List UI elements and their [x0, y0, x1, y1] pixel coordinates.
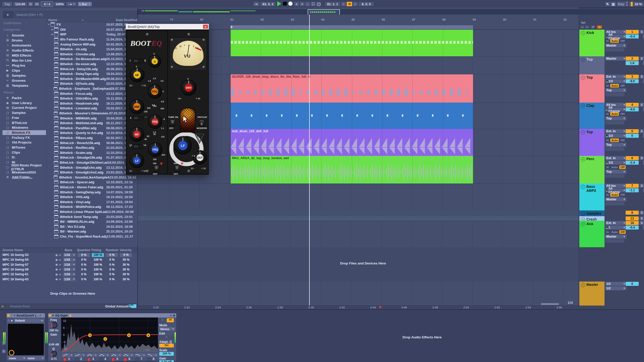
- groove-column-0[interactable]: Groove Name: [3, 248, 23, 252]
- eq-freq-knob[interactable]: [51, 322, 58, 328]
- plugin-knob-lf-9[interactable]: LF: [174, 137, 192, 155]
- band-activator[interactable]: [75, 358, 79, 361]
- track-fold-icon[interactable]: ▼: [581, 104, 585, 108]
- groove-quantize-value[interactable]: 0 %: [78, 277, 90, 281]
- plugin-knob-mf-4[interactable]: MF: [129, 127, 144, 142]
- sidebar-item-clips[interactable]: ▶Clips: [6, 68, 45, 73]
- groove-row[interactable]: MPC 16 Swing-61▣⇄1/16▼0 %100 %0 %30 %: [1, 272, 137, 277]
- groove-hotswap-icon[interactable]: ⇄: [59, 254, 63, 256]
- input-channel-select[interactable]: 1/2▼: [605, 134, 626, 138]
- file-row[interactable]: Bthelick - WidthPolice.adg08.12.2024, 17…: [46, 204, 137, 209]
- file-row[interactable]: Bthelick - DirtMaster4000.adg09.08.2019,…: [46, 76, 137, 81]
- plugin-knob-drv-8[interactable]: DRV: [181, 80, 197, 96]
- plugin-knob-hmf-3[interactable]: HMF: [129, 99, 144, 114]
- groove-column-5[interactable]: Velocity: [120, 248, 132, 252]
- groove-random-value[interactable]: 0 %: [106, 258, 118, 262]
- clip-kick[interactable]: [230, 30, 473, 56]
- groove-column-2[interactable]: Quantize: [77, 248, 90, 252]
- eq-band-4[interactable]: ▼4: [98, 353, 109, 361]
- eq-band-2[interactable]: ▼2: [74, 353, 85, 361]
- follow-button[interactable]: ➙: [253, 2, 260, 7]
- input-select[interactable]: Ext. In▼: [605, 75, 626, 79]
- file-row[interactable]: Bthelick - De-Binauraliser.adg05.10.2023…: [46, 57, 137, 62]
- track-fold-icon[interactable]: ▼: [581, 185, 585, 189]
- track-fold-icon[interactable]: ▼: [581, 157, 585, 161]
- eq-q-knob[interactable]: [51, 351, 57, 357]
- file-row[interactable]: Bthelick Linear Phase Split.adg13.09.202…: [46, 209, 137, 214]
- groove-random-value[interactable]: 0 %: [106, 267, 118, 271]
- eq-outgain-value[interactable]: 0.00 dB: [159, 360, 174, 362]
- nudge-up-button[interactable]: ||||: [34, 2, 40, 7]
- file-row[interactable]: Bthelick Send Temp.adg23.03.2025, 23:01: [46, 214, 137, 219]
- groove-hotswap-icon[interactable]: ⇄: [59, 278, 63, 281]
- monitor-auto[interactable]: Auto: [610, 112, 619, 116]
- track-number[interactable]: 8: [626, 211, 639, 215]
- hot-swap-icon[interactable]: ⇄: [39, 314, 41, 317]
- track-color-block-samples[interactable]: ≣Samples: [579, 210, 605, 216]
- groove-timing-value[interactable]: 100 %: [92, 273, 104, 276]
- groove-hotswap-icon[interactable]: ⇄: [59, 273, 63, 276]
- eq-band-dot-3[interactable]: 3: [88, 333, 92, 338]
- grid-interval-label[interactable]: 1/4: [568, 300, 573, 305]
- clip-perc[interactable]: RKU_ARSA_82_top_loop_london_wet: [230, 156, 473, 184]
- groove-save-icon[interactable]: ▣: [55, 278, 59, 281]
- groove-quantize-value[interactable]: 0 %: [78, 263, 90, 266]
- groove-base-select[interactable]: 1/16▼: [63, 277, 76, 281]
- sidebar-place-mitunes[interactable]: ▢MiTunes: [3, 145, 48, 150]
- clip-clap[interactable]: [230, 103, 473, 129]
- monitor-off[interactable]: Off: [619, 165, 626, 169]
- tube-on-off-switch[interactable]: [170, 119, 175, 126]
- sidebar-place-packs[interactable]: ⧉Packs: [3, 96, 48, 100]
- groove-row[interactable]: MPC 16 Swing-53▣⇄1/16▼0 %100 %0 %0 %: [1, 253, 137, 257]
- track-volume[interactable]: -6.6: [626, 107, 639, 111]
- monitor-buttons[interactable]: InAutoOff: [605, 39, 624, 43]
- vintage-modern-switch[interactable]: [199, 119, 204, 126]
- monitor-buttons[interactable]: InAutoOff: [605, 84, 624, 88]
- groove-velocity-value[interactable]: 30 %: [120, 273, 132, 276]
- locator-marker[interactable]: [379, 306, 381, 308]
- macro-map-select[interactable]: none▼: [26, 356, 45, 360]
- horizontal-scrollbar[interactable]: [541, 303, 559, 305]
- punch-in-button[interactable]: ⌐: [341, 2, 346, 7]
- band-activator[interactable]: [63, 358, 67, 361]
- sidebar-item-audio-effects[interactable]: ≋Audio Effects: [6, 48, 45, 53]
- macro-map-select[interactable]: none▼: [8, 356, 26, 360]
- sidebar-item-samples[interactable]: ▥Samples: [6, 73, 45, 78]
- monitor-buttons[interactable]: InAutoOff: [605, 193, 624, 197]
- monitor-in[interactable]: In: [605, 139, 610, 142]
- automation-arm-button[interactable]: ⚬: [299, 2, 305, 7]
- plugin-knob-hf-1[interactable]: HF: [130, 67, 145, 82]
- monitor-auto[interactable]: Auto: [610, 84, 619, 87]
- monitor-in[interactable]: In: [605, 112, 610, 116]
- metronome-button[interactable]: ○●▼: [66, 2, 77, 7]
- solo-button[interactable]: S: [639, 216, 644, 220]
- track-number[interactable]: 7: [626, 184, 639, 188]
- solo-button[interactable]: S: [639, 156, 644, 160]
- monitor-buttons[interactable]: InAutoOff: [605, 230, 624, 234]
- file-row[interactable]: Bthelick - Air.adg15.04.2020, 22: [46, 47, 137, 52]
- plugin-knob-out-10[interactable]: OUT: [193, 151, 207, 165]
- device-title-bar[interactable]: ▼⚙BootEQmkIV (...⇄: [7, 313, 45, 318]
- groove-save-icon[interactable]: ▣: [55, 254, 59, 256]
- loop-length-field[interactable]: 8. 0. 0: [358, 2, 374, 7]
- session-record-button[interactable]: ⛶: [310, 2, 316, 7]
- groove-quantize-value[interactable]: 0 %: [78, 258, 90, 262]
- output-select[interactable]: Top▼: [605, 170, 626, 174]
- eq-band-3[interactable]: ▼3: [86, 353, 97, 361]
- monitor-auto[interactable]: Auto: [610, 39, 619, 43]
- groove-random-value[interactable]: 0 %: [106, 253, 118, 257]
- track-color-block-perc[interactable]: ▼Perc: [579, 156, 605, 184]
- monitor-buttons[interactable]: InAutoOff: [605, 112, 624, 116]
- output-select[interactable]: Master▼: [605, 235, 626, 239]
- groove-velocity-value[interactable]: 30 %: [120, 263, 132, 266]
- band-activator[interactable]: [87, 358, 91, 361]
- follow-behavior-button[interactable]: ⤢: [591, 25, 595, 29]
- group-fold-icon[interactable]: ≣: [581, 212, 585, 216]
- track-number[interactable]: 13: [626, 216, 639, 220]
- track-color-block-top[interactable]: ▼Top: [579, 74, 605, 103]
- plugin-knob-frq-2[interactable]: FRQ: [147, 84, 162, 99]
- sidebar-place-bthelick-fx[interactable]: ▢Bthelick FX: [3, 130, 48, 135]
- file-row[interactable]: Cho_Fla - SuperMod Rack.adg13.09.2021, 2…: [46, 234, 137, 239]
- groove-row[interactable]: MPC 16 Swing-59▣⇄1/16▼0 %100 %0 %30 %: [1, 267, 137, 272]
- file-row[interactable]: Analog Dance WIP.adg02.02.2025, 18: [46, 42, 137, 47]
